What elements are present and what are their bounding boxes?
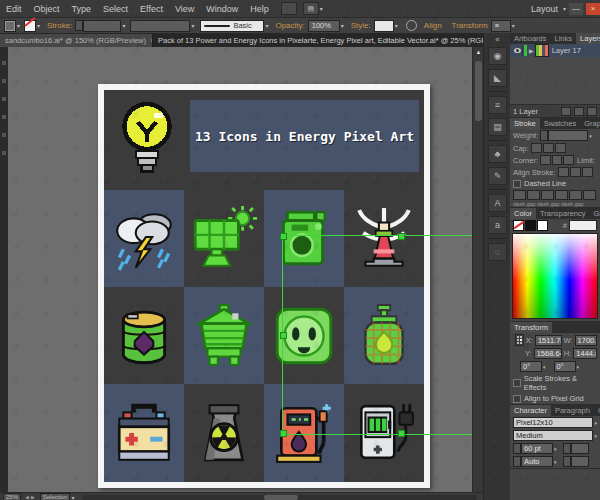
cap-round-button[interactable] bbox=[543, 143, 554, 153]
shear-field[interactable]: 0° bbox=[554, 361, 576, 372]
nuclear-plant-icon[interactable] bbox=[191, 400, 257, 466]
horizontal-scrollbar[interactable] bbox=[82, 495, 477, 500]
style-swatch[interactable] bbox=[374, 20, 394, 32]
layer-row[interactable]: ▶ Layer 17 bbox=[510, 44, 600, 57]
tab-transform[interactable]: Transform bbox=[510, 322, 552, 333]
menu-window[interactable]: Window bbox=[200, 4, 244, 14]
font-size-field[interactable]: 60 pt bbox=[521, 443, 553, 454]
fill-swatch[interactable] bbox=[4, 20, 16, 32]
solar-panel-icon[interactable] bbox=[191, 206, 257, 272]
car-battery-icon[interactable] bbox=[111, 400, 177, 466]
weight-arrow-icon[interactable]: ▾ bbox=[589, 133, 592, 139]
fill-arrow-icon[interactable]: ▾ bbox=[17, 22, 20, 29]
fuel-pump-icon[interactable] bbox=[271, 400, 337, 466]
battery-charger-icon[interactable] bbox=[351, 400, 417, 466]
kerning-arrow-icon[interactable]: ▾ bbox=[554, 459, 557, 465]
tracking-stepper[interactable] bbox=[563, 456, 571, 467]
align-center-button[interactable] bbox=[558, 167, 569, 177]
align-outside-button[interactable] bbox=[582, 167, 593, 177]
status-arrow-icon[interactable]: ▾ bbox=[71, 494, 74, 500]
arrange-documents-arrow-icon[interactable]: ▾ bbox=[320, 5, 323, 12]
vertical-scroll-thumb[interactable] bbox=[475, 61, 482, 121]
font-arrow-icon[interactable]: ▾ bbox=[594, 420, 597, 426]
zoom-field[interactable]: 25% bbox=[3, 493, 21, 500]
brushes-panel-icon[interactable]: ✎ bbox=[488, 167, 507, 185]
tab-character[interactable]: Character bbox=[510, 405, 551, 416]
black-swatch[interactable] bbox=[525, 220, 536, 231]
opacity-label[interactable]: Opacity: bbox=[275, 21, 304, 30]
corner-round-button[interactable] bbox=[552, 155, 563, 165]
opacity-arrow-icon[interactable]: ▾ bbox=[341, 22, 344, 29]
tab-stroke[interactable]: Stroke bbox=[510, 118, 540, 129]
tab-artboards[interactable]: Artboards bbox=[510, 33, 551, 44]
layer-name[interactable]: Layer 17 bbox=[552, 46, 581, 55]
glyphs-panel-icon[interactable]: a bbox=[488, 216, 507, 234]
stroke-swatch[interactable] bbox=[24, 20, 36, 32]
minimize-button[interactable]: — bbox=[569, 3, 583, 15]
rotate-field[interactable]: 0° bbox=[520, 361, 542, 372]
locate-object-icon[interactable] bbox=[561, 107, 571, 116]
style-arrow-icon[interactable]: ▾ bbox=[395, 22, 398, 29]
leading-field[interactable] bbox=[571, 443, 589, 454]
gas-tank-icon[interactable] bbox=[351, 303, 417, 369]
tab-color[interactable]: Color bbox=[510, 208, 536, 219]
stroke-panel-icon[interactable]: ≡ bbox=[488, 96, 507, 114]
cap-projecting-button[interactable] bbox=[555, 143, 566, 153]
tools-panel-edge[interactable] bbox=[0, 47, 8, 492]
align-label[interactable]: Align bbox=[424, 21, 442, 30]
tab-graphic-styles[interactable]: Graphic Styles bbox=[580, 118, 600, 129]
workspace-switcher[interactable]: Layout bbox=[527, 4, 562, 14]
profile-arrow-icon[interactable]: ▾ bbox=[191, 22, 194, 29]
gap-field[interactable] bbox=[583, 190, 596, 200]
magnify-panel-icon[interactable]: ◌ bbox=[488, 243, 507, 261]
oil-barrel-icon[interactable] bbox=[111, 303, 177, 369]
document-tab-inactive[interactable]: sandcumbo16.ai* @ 150% (RGB/Preview) × bbox=[0, 34, 152, 47]
collapse-dock-icon[interactable]: « bbox=[495, 35, 499, 44]
corner-miter-button[interactable] bbox=[540, 155, 551, 165]
reference-point-locator[interactable] bbox=[515, 334, 524, 346]
transform-label[interactable]: Transform bbox=[452, 21, 488, 30]
expand-layer-icon[interactable]: ▶ bbox=[529, 47, 534, 54]
fuel-canister-icon[interactable] bbox=[271, 206, 337, 272]
stroke-label[interactable]: Stroke: bbox=[47, 21, 72, 30]
new-layer-icon[interactable] bbox=[574, 107, 584, 116]
power-socket-icon[interactable] bbox=[271, 303, 337, 369]
shear-arrow-icon[interactable]: ▾ bbox=[577, 364, 580, 370]
tab-transparency[interactable]: Transparency bbox=[536, 208, 590, 219]
brush-definition[interactable]: Basic bbox=[200, 20, 264, 32]
visibility-toggle[interactable] bbox=[512, 45, 523, 56]
dash-field[interactable] bbox=[513, 190, 526, 200]
rotate-arrow-icon[interactable]: ▾ bbox=[543, 364, 546, 370]
character-styles-panel-icon[interactable]: A bbox=[488, 194, 507, 212]
appearance-panel-icon[interactable]: ◣ bbox=[488, 69, 507, 87]
h-field[interactable]: 1444.845 bbox=[573, 348, 597, 359]
menu-effect[interactable]: Effect bbox=[134, 4, 169, 14]
font-size-stepper[interactable] bbox=[513, 443, 521, 454]
light-bulb-icon[interactable] bbox=[104, 90, 190, 190]
horizontal-scroll-thumb[interactable] bbox=[264, 495, 298, 500]
tab-links[interactable]: Links bbox=[551, 33, 577, 44]
menu-select[interactable]: Select bbox=[97, 4, 134, 14]
document-setup-icon[interactable] bbox=[406, 20, 417, 31]
stroke-weight-stepper[interactable] bbox=[75, 20, 83, 31]
hex-field[interactable] bbox=[569, 220, 597, 231]
none-swatch[interactable] bbox=[513, 220, 524, 231]
leading-stepper[interactable] bbox=[563, 443, 571, 454]
symbols-panel-icon[interactable]: ♣ bbox=[488, 145, 507, 163]
kerning-stepper[interactable] bbox=[513, 456, 521, 467]
workspace-arrow-icon[interactable]: ▾ bbox=[563, 5, 566, 12]
weight-field[interactable] bbox=[548, 130, 588, 141]
tab-gradient[interactable]: Gradient bbox=[590, 208, 600, 219]
w-field[interactable]: 1700.826 bbox=[575, 335, 597, 346]
arrange-documents-icon[interactable]: ▤ bbox=[303, 2, 319, 15]
align-pixel-grid-checkbox[interactable] bbox=[513, 395, 521, 403]
dashed-line-checkbox[interactable] bbox=[513, 180, 521, 188]
brush-arrow-icon[interactable]: ▾ bbox=[265, 22, 268, 29]
font-family-field[interactable]: Pixel12x10 bbox=[513, 417, 593, 428]
corner-bevel-button[interactable] bbox=[563, 155, 574, 165]
control-menu-icon[interactable]: ≡ bbox=[491, 20, 511, 32]
weight-stepper[interactable] bbox=[540, 130, 548, 141]
stroke-weight-field[interactable] bbox=[83, 20, 121, 32]
scale-strokes-checkbox[interactable] bbox=[513, 379, 521, 387]
style-label[interactable]: Style: bbox=[351, 21, 371, 30]
